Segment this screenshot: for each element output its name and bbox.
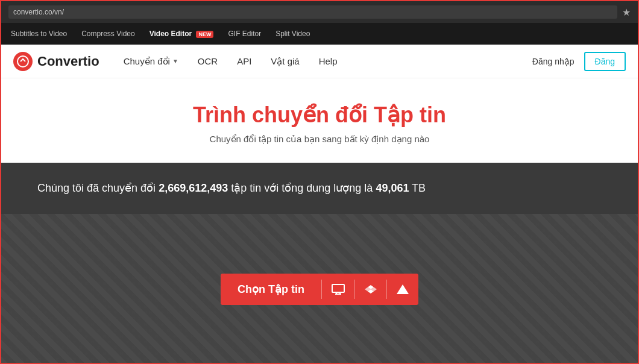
top-menu-item-subtitles[interactable]: Subtitles to Video: [11, 30, 67, 38]
logo-text: Convertio: [37, 54, 99, 69]
stats-files-count: 2,669,612,493: [159, 182, 228, 194]
hero-subtitle: Chuyển đổi tập tin của bạn sang bất kỳ đ…: [13, 134, 626, 145]
new-badge: NEW: [196, 31, 213, 38]
svg-point-0: [17, 56, 28, 67]
monitor-icon[interactable]: [322, 274, 354, 305]
top-menu-bar: Subtitles to Video Compress Video Video …: [1, 23, 638, 45]
svg-rect-1: [332, 284, 344, 292]
nav-links: Chuyển đổi ▼ OCR API Vật giá Help: [124, 56, 532, 67]
nav-vat-gia[interactable]: Vật giá: [271, 56, 299, 67]
browser-chrome: convertio.co/vn/ ★: [1, 1, 638, 23]
top-menu-item-video-editor[interactable]: Video Editor NEW: [150, 30, 214, 38]
chevron-down-icon: ▼: [172, 58, 178, 64]
upload-area: Chọn Tập tin: [209, 262, 430, 317]
logo[interactable]: Convertio: [13, 52, 99, 71]
top-menu-item-split[interactable]: Split Video: [275, 30, 310, 38]
top-menu-item-compress[interactable]: Compress Video: [81, 30, 135, 38]
hero-title: Trình chuyển đổi Tập tin: [13, 102, 626, 128]
register-button[interactable]: Đăng: [584, 52, 626, 71]
svg-marker-5: [397, 284, 409, 294]
nav-help[interactable]: Help: [319, 56, 338, 66]
google-drive-icon[interactable]: [387, 274, 418, 305]
stats-tb-count: 49,061: [376, 182, 409, 194]
stats-suffix: TB: [409, 182, 426, 194]
upload-button-group: Chọn Tập tin: [221, 274, 418, 305]
stats-bar: Chúng tôi đã chuyển đổi 2,669,612,493 tậ…: [1, 163, 638, 214]
nav-ocr[interactable]: OCR: [198, 56, 218, 66]
choose-file-button[interactable]: Chọn Tập tin: [221, 274, 321, 305]
upload-section: Chọn Tập tin: [1, 214, 638, 364]
main-nav: Convertio Chuyển đổi ▼ OCR API Vật giá H…: [1, 45, 638, 78]
nav-api[interactable]: API: [237, 56, 251, 66]
stats-prefix: Chúng tôi đã chuyển đổi: [37, 182, 159, 194]
url-bar[interactable]: convertio.co/vn/: [8, 5, 617, 19]
nav-right: Đăng nhập Đăng: [532, 52, 626, 71]
bookmark-icon[interactable]: ★: [622, 7, 631, 18]
top-menu-item-gif[interactable]: GIF Editor: [228, 30, 261, 38]
hero-section: Trình chuyển đổi Tập tin Chuyển đổi tập …: [1, 78, 638, 163]
nav-chuyen-doi[interactable]: Chuyển đổi ▼: [124, 56, 178, 67]
login-button[interactable]: Đăng nhập: [532, 57, 574, 66]
url-text: convertio.co/vn/: [13, 8, 64, 16]
logo-icon: [13, 52, 33, 71]
dropbox-icon[interactable]: [355, 274, 386, 305]
stats-middle: tập tin với tổng dung lượng là: [228, 182, 376, 194]
